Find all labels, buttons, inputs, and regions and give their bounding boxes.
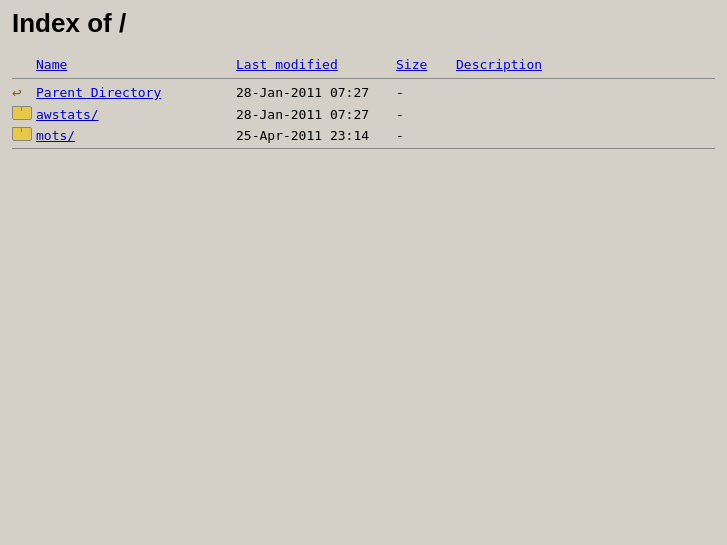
size-cell: - xyxy=(396,125,456,146)
description-cell xyxy=(456,125,715,146)
header-divider xyxy=(12,78,715,79)
modified-col-header: Last modified xyxy=(236,55,396,76)
table-row: mots/25-Apr-2011 23:14- xyxy=(12,125,715,146)
back-icon: ↩ xyxy=(12,83,22,102)
table-row: awstats/28-Jan-2011 07:27- xyxy=(12,104,715,125)
file-link[interactable]: awstats/ xyxy=(36,107,99,122)
last-modified-cell: 25-Apr-2011 23:14 xyxy=(236,125,396,146)
name-sort-link[interactable]: Name xyxy=(36,57,67,72)
file-listing-table: Name Last modified Size Description ↩Par… xyxy=(12,55,715,151)
icon-col-header xyxy=(12,55,36,76)
size-cell: - xyxy=(396,81,456,104)
footer-divider xyxy=(12,148,715,149)
description-col-header: Description xyxy=(456,55,715,76)
file-link[interactable]: mots/ xyxy=(36,128,75,143)
folder-icon xyxy=(12,127,30,141)
size-col-header: Size xyxy=(396,55,456,76)
size-cell: - xyxy=(396,104,456,125)
file-link[interactable]: Parent Directory xyxy=(36,85,161,100)
last-modified-cell: 28-Jan-2011 07:27 xyxy=(236,81,396,104)
description-cell xyxy=(456,104,715,125)
page-title: Index of / xyxy=(12,8,715,39)
modified-sort-link[interactable]: Last modified xyxy=(236,57,338,72)
description-cell xyxy=(456,81,715,104)
last-modified-cell: 28-Jan-2011 07:27 xyxy=(236,104,396,125)
table-row: ↩Parent Directory28-Jan-2011 07:27- xyxy=(12,81,715,104)
folder-icon xyxy=(12,106,30,120)
description-sort-link[interactable]: Description xyxy=(456,57,542,72)
size-sort-link[interactable]: Size xyxy=(396,57,427,72)
name-col-header: Name xyxy=(36,55,236,76)
